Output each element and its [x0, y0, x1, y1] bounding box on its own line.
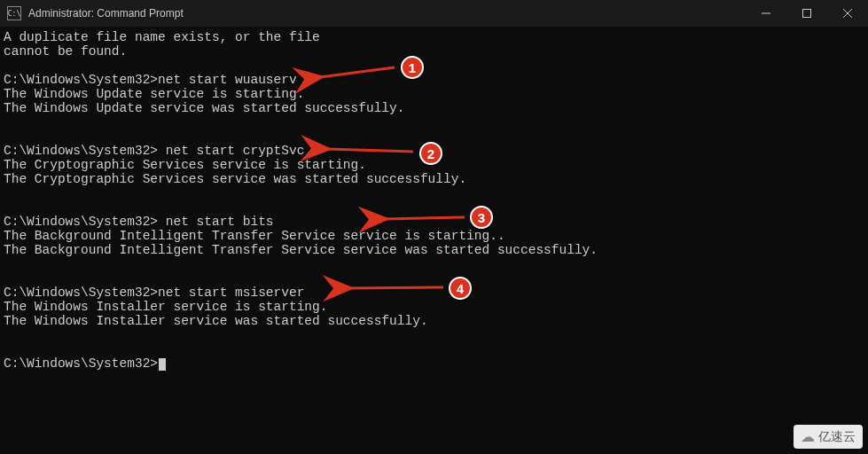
- cmd-window: C:\ Administrator: Command Prompt A dupl…: [0, 0, 868, 454]
- annotation-badge-3: 3: [470, 206, 493, 229]
- annotation-badge-2: 2: [419, 142, 442, 165]
- annotation-badge-4: 4: [449, 277, 472, 300]
- svg-line-5: [327, 149, 413, 152]
- svg-line-4: [320, 67, 395, 77]
- svg-line-6: [385, 217, 465, 219]
- watermark: ☁ 亿速云: [794, 425, 863, 449]
- annotation-badge-1: 1: [401, 56, 424, 79]
- cloud-icon: ☁: [801, 428, 815, 445]
- svg-line-7: [349, 287, 443, 288]
- annotation-arrows: [0, 0, 868, 454]
- watermark-text: 亿速云: [818, 429, 856, 445]
